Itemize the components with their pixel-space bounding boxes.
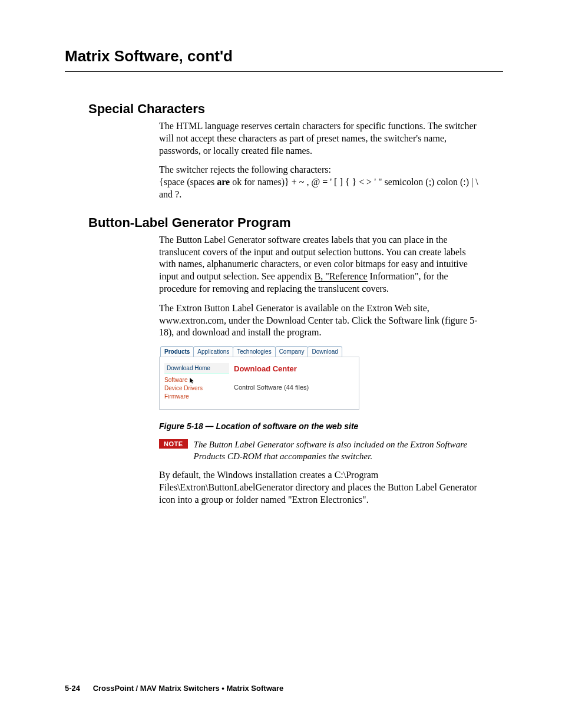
tab-download[interactable]: Download (308, 346, 342, 357)
sidebar-item-software[interactable]: Software (164, 376, 229, 384)
figure-main: Download Center Control Software (44 fil… (234, 363, 354, 401)
section-body-button-label-generator: The Button Label Generator software crea… (159, 234, 480, 506)
tab-technologies[interactable]: Technologies (233, 346, 275, 357)
tab-label: Download (312, 348, 338, 355)
figure-caption: Figure 5-18 — Location of software on th… (159, 421, 480, 431)
page-number: 5-24 (65, 684, 80, 693)
tab-label: Technologies (237, 348, 271, 355)
paragraph: The Button Label Generator software crea… (159, 234, 480, 295)
figure-heading: Download Center (234, 364, 354, 373)
sidebar-item-label: Firmware (164, 393, 189, 400)
note-block: NOTE The Button Label Generator software… (159, 439, 480, 462)
sidebar-item-label: Download Home (167, 365, 210, 371)
sidebar-item-label: Device Drivers (164, 385, 203, 391)
figure-sidebar: Download Home Software Device Drivers Fi… (164, 363, 229, 401)
tab-panel: Download Home Software Device Drivers Fi… (159, 357, 359, 410)
sidebar-item-label: Software (164, 377, 187, 383)
cross-reference-link[interactable]: B, "Reference (315, 271, 368, 282)
sidebar-item-firmware[interactable]: Firmware (164, 393, 229, 401)
text: {space (spaces (159, 177, 217, 187)
cursor-icon (190, 377, 194, 384)
note-text: The Button Label Generator software is a… (194, 439, 480, 462)
figure-text: Control Software (44 files) (234, 384, 354, 391)
tab-company[interactable]: Company (275, 346, 309, 357)
paragraph: The HTML language reserves certain chara… (159, 120, 480, 157)
svg-marker-0 (190, 377, 194, 383)
tab-label: Company (279, 348, 305, 355)
tab-label: Products (164, 348, 190, 355)
tab-applications[interactable]: Applications (193, 346, 233, 357)
tab-bar: Products Applications Technologies Compa… (159, 346, 359, 357)
text-bold: are (217, 177, 230, 187)
section-body-special-characters: The HTML language reserves certain chara… (159, 120, 480, 201)
running-header: Matrix Software, cont'd (65, 47, 503, 72)
tab-label: Applications (197, 348, 229, 355)
note-badge: NOTE (159, 439, 188, 449)
text: The switcher rejects the following chara… (159, 164, 331, 174)
paragraph: By default, the Windows installation cre… (159, 469, 480, 506)
section-title-button-label-generator: Button-Label Generator Program (88, 215, 503, 230)
sidebar-item-download-home[interactable]: Download Home (164, 363, 229, 374)
sidebar-item-device-drivers[interactable]: Device Drivers (164, 384, 229, 393)
section-title-special-characters: Special Characters (88, 101, 503, 117)
paragraph: The switcher rejects the following chara… (159, 164, 480, 200)
figure-frame: Products Applications Technologies Compa… (159, 346, 359, 410)
footer-text: CrossPoint / MAV Matrix Switchers • Matr… (93, 684, 284, 693)
tab-products[interactable]: Products (160, 346, 194, 357)
page-footer: 5-24 CrossPoint / MAV Matrix Switchers •… (65, 684, 283, 693)
paragraph: The Extron Button Label Generator is ava… (159, 302, 480, 339)
document-page: Matrix Software, cont'd Special Characte… (0, 0, 562, 728)
figure-5-18: Products Applications Technologies Compa… (159, 346, 480, 431)
